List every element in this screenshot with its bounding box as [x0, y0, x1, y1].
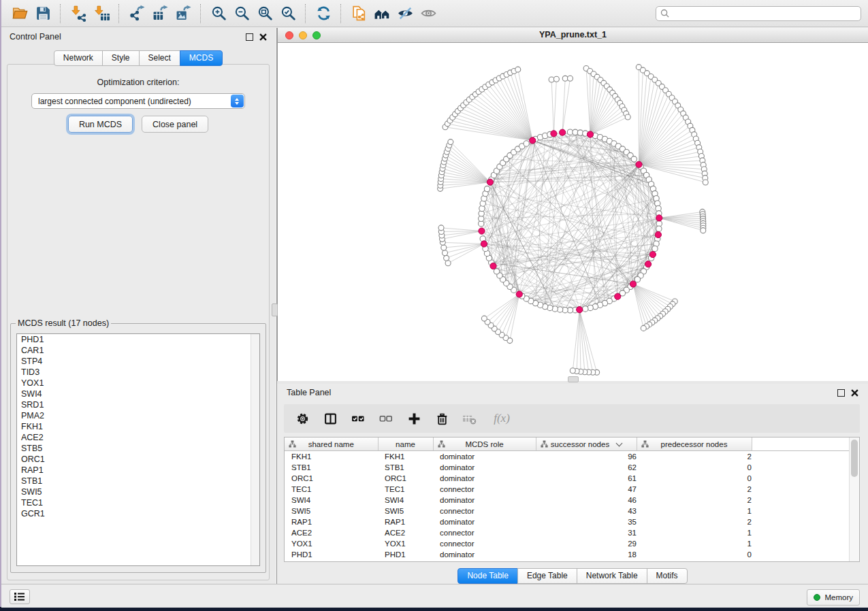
table-cell[interactable]: dominator [433, 516, 536, 527]
table-cell[interactable] [752, 538, 859, 549]
table-cell[interactable]: dominator [433, 473, 536, 484]
table-row[interactable]: STB1STB1dominator620 [285, 462, 859, 473]
mcds-result-item[interactable]: YOX1 [17, 378, 259, 389]
close-panel-icon[interactable] [259, 33, 267, 41]
search-box[interactable] [656, 6, 861, 21]
table-cell[interactable]: STB1 [378, 462, 433, 473]
show-all-button[interactable] [417, 3, 440, 24]
mcds-result-item[interactable]: SWI5 [17, 486, 259, 497]
table-cell[interactable]: 1 [637, 538, 752, 549]
table-cell[interactable]: YOX1 [378, 538, 433, 549]
delete-table-button[interactable] [462, 411, 477, 426]
import-network-button[interactable] [67, 3, 90, 24]
table-divider-handle[interactable] [568, 376, 579, 382]
table-row[interactable]: SWI5SWI5connector431 [285, 506, 859, 516]
table-cell[interactable]: 61 [536, 473, 637, 484]
mcds-result-item[interactable]: CAR1 [17, 345, 259, 356]
hide-selected-button[interactable] [393, 3, 417, 24]
table-cell[interactable]: SWI5 [285, 506, 378, 516]
table-cell[interactable]: 0 [637, 549, 752, 560]
first-neighbors-button[interactable] [370, 3, 393, 24]
mcds-result-item[interactable]: SRD1 [17, 399, 259, 410]
tab-motifs[interactable]: Motifs [647, 568, 688, 584]
table-cell[interactable]: dominator [433, 549, 536, 560]
table-settings-button[interactable] [295, 411, 310, 426]
mcds-result-item[interactable]: ACE2 [17, 432, 259, 443]
table-row[interactable]: SWI4SWI4dominator462 [285, 495, 859, 506]
zoom-out-button[interactable] [230, 3, 253, 24]
table-cell[interactable]: 29 [536, 538, 637, 549]
float-panel-icon[interactable] [246, 33, 253, 41]
mcds-result-list[interactable]: PHD1CAR1STP4TID3YOX1SWI4SRD1PMA2FKH1ACE2… [16, 333, 260, 566]
table-row[interactable]: ACE2ACE2connector311 [285, 527, 859, 538]
tab-select[interactable]: Select [139, 50, 180, 66]
mcds-result-item[interactable]: TEC1 [17, 497, 259, 508]
tab-network-table[interactable]: Network Table [577, 568, 647, 584]
tab-node-table[interactable]: Node Table [457, 568, 518, 584]
column-header-name[interactable]: name [378, 437, 433, 451]
table-cell[interactable]: SWI5 [378, 506, 433, 516]
table-cell[interactable] [752, 506, 859, 516]
table-cell[interactable]: PHD1 [285, 549, 378, 560]
panel-divider-handle[interactable] [272, 303, 278, 316]
table-row[interactable]: YOX1YOX1connector291 [285, 538, 859, 549]
column-header-predecessor-nodes[interactable]: predecessor nodes [637, 437, 752, 451]
table-row[interactable]: FKH1FKH1dominator962 [285, 451, 859, 463]
mcds-result-item[interactable]: ORC1 [17, 454, 259, 465]
table-cell[interactable] [752, 462, 859, 473]
show-column-panel-button[interactable] [323, 411, 338, 426]
table-cell[interactable]: 47 [536, 484, 637, 495]
table-cell[interactable]: 2 [637, 451, 752, 463]
close-panel-button[interactable]: Close panel [142, 116, 208, 133]
mcds-result-item[interactable]: STB1 [17, 476, 259, 486]
table-cell[interactable]: connector [433, 527, 536, 538]
table-cell[interactable]: RAP1 [285, 516, 378, 527]
table-cell[interactable] [752, 495, 859, 506]
table-row[interactable]: RAP1RAP1dominator352 [285, 516, 859, 527]
table-cell[interactable]: connector [433, 538, 536, 549]
table-cell[interactable]: TEC1 [378, 484, 433, 495]
table-cell[interactable]: 1 [637, 506, 752, 516]
table-cell[interactable]: STB1 [285, 462, 378, 473]
mcds-result-item[interactable]: STB5 [17, 443, 259, 454]
table-cell[interactable]: TEC1 [285, 484, 378, 495]
table-cell[interactable] [752, 549, 859, 560]
table-cell[interactable]: 18 [536, 549, 637, 560]
table-cell[interactable]: 46 [536, 495, 637, 506]
add-column-button[interactable] [406, 411, 421, 426]
function-builder-button[interactable]: f(x) [490, 411, 513, 426]
close-table-panel-icon[interactable] [851, 389, 858, 397]
import-table-button[interactable] [90, 3, 113, 24]
select-all-columns-button[interactable] [351, 411, 366, 426]
mcds-list-scrollbar[interactable] [251, 334, 259, 565]
table-cell[interactable]: 2 [637, 484, 752, 495]
table-scrollbar[interactable] [849, 437, 859, 561]
window-minimize-icon[interactable] [299, 31, 307, 39]
table-cell[interactable]: SWI4 [378, 495, 433, 506]
table-cell[interactable]: connector [433, 506, 536, 516]
search-input[interactable] [673, 8, 856, 19]
deselect-all-columns-button[interactable] [379, 411, 393, 426]
save-session-button[interactable] [31, 3, 54, 24]
table-cell[interactable]: ACE2 [285, 527, 378, 538]
mcds-result-item[interactable]: PMA2 [17, 410, 259, 421]
table-cell[interactable]: YOX1 [285, 538, 378, 549]
table-cell[interactable]: 2 [637, 495, 752, 506]
mcds-result-item[interactable]: GCR1 [17, 508, 259, 519]
network-canvas[interactable] [278, 43, 868, 381]
table-cell[interactable]: FKH1 [378, 451, 433, 463]
table-cell[interactable] [752, 516, 859, 527]
table-cell[interactable]: 0 [637, 462, 752, 473]
table-cell[interactable]: PHD1 [378, 549, 433, 560]
window-close-icon[interactable] [285, 31, 293, 39]
table-cell[interactable]: dominator [433, 495, 536, 506]
table-cell[interactable]: 96 [536, 451, 637, 463]
table-row[interactable]: ORC1ORC1dominator610 [285, 473, 859, 484]
table-cell[interactable]: ACE2 [378, 527, 433, 538]
tab-network[interactable]: Network [54, 50, 103, 66]
table-cell[interactable]: dominator [433, 451, 536, 463]
table-cell[interactable]: 0 [637, 473, 752, 484]
table-cell[interactable]: 2 [637, 516, 752, 527]
table-cell[interactable]: 1 [637, 527, 752, 538]
export-network-button[interactable] [125, 3, 148, 24]
